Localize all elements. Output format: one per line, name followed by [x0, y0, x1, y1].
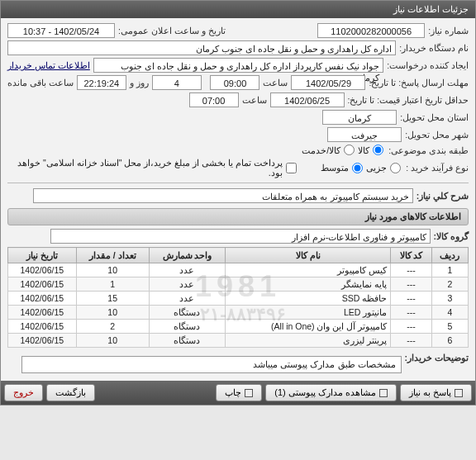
- attachments-button[interactable]: مشاهده مدارک پیوستی (1): [265, 384, 397, 401]
- attachments-button-label: مشاهده مدارک پیوستی (1): [274, 387, 376, 398]
- table-row[interactable]: 1---کیس کامپیوترعدد101402/06/15: [8, 263, 469, 277]
- items-section-header: اطلاعات کالاهای مورد نیاز: [7, 208, 469, 225]
- table-row[interactable]: 3---حافظه SSDعدد151402/06/15: [8, 292, 469, 306]
- remain-days-field: 4: [152, 75, 202, 90]
- subject-cat-label: طبقه بندی موضوعی:: [388, 145, 469, 155]
- subject-cat-group: کالا کالا/خدمت: [302, 145, 385, 155]
- form-area: شماره نیاز: 1102000282000056 تاریخ و ساع…: [1, 18, 475, 381]
- back-button-label: بازگشت: [55, 387, 86, 398]
- table-cell-code: ---: [391, 292, 432, 306]
- item-group-field: کامپیوتر و فناوری اطلاعات-نرم افزار: [50, 229, 431, 244]
- day-and-label: روز و: [130, 78, 149, 88]
- table-row[interactable]: 4---مانیتور LEDدستگاه101402/06/15: [8, 306, 469, 320]
- creator-label: ایجاد کننده درخواست:: [387, 60, 469, 70]
- table-cell-row: 4: [431, 306, 468, 320]
- contact-info-link[interactable]: اطلاعات تماس خریدار: [7, 60, 90, 70]
- deadline-label: مهلت ارسال پاسخ: تا تاریخ:: [369, 78, 469, 88]
- table-row[interactable]: 6---پرینتر لیزریدستگاه101402/06/15: [8, 334, 469, 348]
- province-field: کرمان: [322, 110, 397, 125]
- deadline-time-label: ساعت: [263, 78, 288, 88]
- th-unit: واحد شمارش: [149, 248, 225, 263]
- th-date: تاریخ نیاز: [8, 248, 77, 263]
- purchase-type-label: نوع فرآیند خرید :: [406, 163, 469, 173]
- table-cell-code: ---: [391, 320, 432, 334]
- buyer-org-field: اداره کل راهداری و حمل و نقل جاده ای جنو…: [7, 40, 396, 55]
- reply-button[interactable]: پاسخ به نیاز: [400, 384, 472, 401]
- table-cell-unit: دستگاه: [149, 320, 225, 334]
- table-cell-qty: 1: [76, 277, 149, 292]
- need-details-window: جزئیات اطلاعات نیاز شماره نیاز: 11020002…: [0, 0, 476, 405]
- validity-label: حداقل تاریخ اعتبار قیمت: تا تاریخ:: [348, 95, 469, 105]
- back-button[interactable]: بازگشت: [46, 384, 95, 401]
- th-name: نام کالا: [226, 248, 391, 263]
- table-cell-qty: 2: [76, 320, 149, 334]
- table-cell-code: ---: [391, 306, 432, 320]
- table-cell-code: ---: [391, 334, 432, 348]
- purchase-low-radio[interactable]: [390, 163, 401, 173]
- table-cell-row: 6: [431, 334, 468, 348]
- table-cell-unit: دستگاه: [149, 306, 225, 320]
- need-desc-field: خرید سیستم کامپیوتر به همراه متعلقات: [33, 188, 413, 203]
- table-cell-unit: عدد: [149, 292, 225, 306]
- table-row[interactable]: 2---پایه نمایشگرعدد11402/06/15: [8, 277, 469, 292]
- table-cell-date: 1402/06/15: [8, 263, 77, 277]
- subject-service-label: کالا/خدمت: [302, 145, 340, 155]
- table-cell-date: 1402/06/15: [8, 277, 77, 292]
- purchase-mid-radio[interactable]: [352, 163, 363, 173]
- table-cell-code: ---: [391, 277, 432, 292]
- th-row: ردیف: [431, 248, 468, 263]
- subject-service-radio[interactable]: [344, 145, 355, 155]
- creator-field: جواد نیک نفس کارپرداز اداره کل راهداری و…: [93, 58, 383, 73]
- table-cell-name: پرینتر لیزری: [226, 334, 391, 348]
- payment-note-text: پرداخت تمام یا بخشی از مبلغ خرید،از محل …: [7, 158, 283, 178]
- buyer-notes-field: مشخصات طبق مدارک پیوستی میباشد: [21, 356, 402, 373]
- table-cell-date: 1402/06/15: [8, 306, 77, 320]
- table-cell-name: مانیتور LED: [226, 306, 391, 320]
- table-cell-qty: 10: [76, 334, 149, 348]
- reply-button-label: پاسخ به نیاز: [409, 387, 451, 398]
- payment-note-checkbox[interactable]: [286, 163, 297, 173]
- th-code: کد کالا: [391, 248, 432, 263]
- payment-note-group: پرداخت تمام یا بخشی از مبلغ خرید،از محل …: [7, 158, 298, 178]
- city-label: شهر محل تحویل:: [405, 130, 469, 140]
- table-cell-name: کیس کامپیوتر: [226, 263, 391, 277]
- table-cell-unit: دستگاه: [149, 334, 225, 348]
- table-cell-row: 2: [431, 277, 468, 292]
- purchase-low-label: جزیی: [366, 163, 387, 173]
- window-title: جزئیات اطلاعات نیاز: [393, 4, 469, 14]
- reply-icon: [455, 389, 463, 397]
- table-cell-row: 5: [431, 320, 468, 334]
- item-group-label: گروه کالا:: [434, 231, 469, 241]
- table-cell-name: حافظه SSD: [226, 292, 391, 306]
- validity-date-field: 1402/06/25: [270, 92, 345, 107]
- need-no-label: شماره نیاز:: [428, 26, 469, 36]
- province-label: استان محل تحویل:: [400, 112, 469, 122]
- table-cell-row: 3: [431, 292, 468, 306]
- table-cell-qty: 15: [76, 292, 149, 306]
- window-titlebar: جزئیات اطلاعات نیاز: [1, 1, 475, 18]
- subject-goods-label: کالا: [358, 145, 369, 155]
- items-table: ردیف کد کالا نام کالا واحد شمارش تعداد /…: [7, 247, 469, 348]
- need-no-field: 1102000282000056: [317, 23, 425, 38]
- table-cell-unit: عدد: [149, 277, 225, 292]
- purchase-mid-label: متوسط: [321, 163, 349, 173]
- footer-toolbar: پاسخ به نیاز مشاهده مدارک پیوستی (1) چاپ…: [1, 381, 475, 405]
- remain-time-field: 22:19:24: [77, 75, 126, 90]
- time-left-label: ساعت باقی مانده: [7, 78, 74, 88]
- th-qty: تعداد / مقدار: [76, 248, 149, 263]
- print-icon: [245, 389, 253, 397]
- deadline-date-field: 1402/05/29: [291, 75, 365, 90]
- subject-goods-radio[interactable]: [373, 145, 383, 155]
- table-cell-qty: 10: [76, 263, 149, 277]
- table-row[interactable]: 5---کامپیوتر آل این وان (All in One)دستگ…: [8, 320, 469, 334]
- table-cell-qty: 10: [76, 306, 149, 320]
- exit-button[interactable]: خروج: [4, 384, 43, 401]
- table-cell-name: کامپیوتر آل این وان (All in One): [226, 320, 391, 334]
- print-button[interactable]: چاپ: [216, 384, 262, 401]
- deadline-time-field: 09:00: [210, 75, 259, 90]
- table-cell-date: 1402/06/15: [8, 334, 77, 348]
- pub-datetime-label: تاریخ و ساعت اعلان عمومی:: [118, 26, 226, 36]
- pub-datetime-field: 1402/05/24 - 10:37: [7, 23, 115, 38]
- attachment-icon: [379, 389, 388, 397]
- exit-button-label: خروج: [13, 387, 34, 398]
